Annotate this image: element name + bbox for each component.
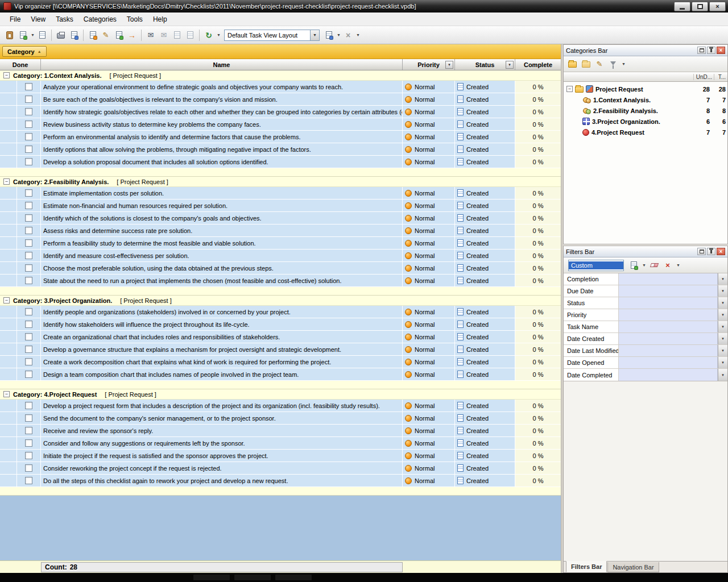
done-checkbox[interactable] (25, 214, 32, 222)
menu-file[interactable]: File (5, 14, 26, 25)
priority-cell[interactable]: Normal (403, 156, 455, 168)
status-cell[interactable]: Created (455, 262, 515, 274)
done-checkbox[interactable] (25, 120, 32, 128)
task-name-cell[interactable]: Develop a governance structure that expl… (41, 343, 403, 355)
category-header-row[interactable]: − Category: 2.Feasibility Analysis. [ Pr… (0, 177, 561, 187)
category-tree-item[interactable]: − 3.Project Organization. 6 6 (564, 116, 727, 127)
filter-value-field[interactable] (619, 345, 718, 356)
status-cell[interactable]: Created (455, 81, 515, 93)
close-button[interactable]: × (709, 2, 726, 11)
done-checkbox[interactable] (25, 239, 32, 247)
assign-task-button[interactable]: → (126, 29, 138, 41)
done-checkbox[interactable] (25, 202, 32, 209)
menu-tools[interactable]: Tools (122, 14, 148, 25)
menu-categories[interactable]: Categories (78, 14, 122, 25)
priority-cell[interactable]: Normal (403, 131, 455, 143)
priority-cell[interactable]: Normal (403, 400, 455, 411)
task-name-cell[interactable]: Identify and measure cost-effectiveness … (41, 250, 403, 261)
edit-task-button[interactable]: ✎ (100, 29, 112, 41)
sync-dropdown[interactable]: ▼ (216, 33, 221, 37)
status-cell[interactable]: Created (455, 212, 515, 224)
toolbar-overflow-dropdown[interactable]: ▼ (355, 33, 361, 37)
group-by-category-button[interactable]: Category ▲ (2, 46, 47, 57)
task-name-cell[interactable]: Design a team composition chart that inc… (41, 368, 403, 380)
priority-cell[interactable]: Normal (403, 118, 455, 130)
done-checkbox[interactable] (25, 439, 32, 447)
float-panel-button[interactable] (697, 248, 706, 255)
done-checkbox[interactable] (25, 158, 32, 165)
paste-button[interactable] (3, 29, 16, 41)
priority-cell[interactable]: Normal (403, 318, 455, 330)
priority-cell[interactable]: Normal (403, 356, 455, 368)
priority-cell[interactable]: Normal (403, 412, 455, 424)
priority-cell[interactable]: Normal (403, 368, 455, 380)
status-cell[interactable]: Created (455, 275, 515, 286)
task-name-cell[interactable]: Identify which of the solutions is close… (41, 212, 403, 224)
priority-filter-dropdown[interactable]: ▼ (445, 61, 453, 69)
filter-dropdown-button[interactable]: ▼ (718, 285, 727, 297)
status-cell[interactable]: Created (455, 106, 515, 118)
manage-layout-button[interactable] (322, 29, 335, 41)
done-checkbox[interactable] (25, 402, 32, 409)
task-name-cell[interactable]: Identify options that allow solving the … (41, 143, 403, 155)
task-name-cell[interactable]: Be sure each of the goals/objectives is … (41, 93, 403, 105)
priority-cell[interactable]: Normal (403, 275, 455, 286)
column-header-priority[interactable]: Priority ▼ (403, 59, 455, 70)
collapse-icon[interactable]: − (3, 297, 10, 304)
status-cell[interactable]: Created (455, 425, 515, 436)
layout-selector-dropdown[interactable]: ▼ (310, 30, 319, 40)
status-cell[interactable]: Created (455, 225, 515, 236)
priority-cell[interactable]: Normal (403, 237, 455, 249)
status-cell[interactable]: Created (455, 475, 515, 487)
category-tree-item[interactable]: − 4.Project Request 7 7 (564, 127, 727, 138)
status-cell[interactable]: Created (455, 343, 515, 355)
done-checkbox[interactable] (25, 277, 32, 284)
menu-view[interactable]: View (26, 14, 51, 25)
task-name-cell[interactable]: Estimate implementation costs per soluti… (41, 187, 403, 199)
status-cell[interactable]: Created (455, 412, 515, 424)
status-cell[interactable]: Created (455, 400, 515, 411)
filter-dropdown-button[interactable]: ▼ (718, 321, 727, 332)
status-cell[interactable]: Created (455, 356, 515, 368)
unarchive-button[interactable] (184, 29, 196, 41)
column-header-status[interactable]: Status ▼ (455, 59, 515, 70)
status-cell[interactable]: Created (455, 306, 515, 318)
status-filter-dropdown[interactable]: ▼ (506, 61, 514, 69)
status-cell[interactable]: Created (455, 131, 515, 143)
new-category-button[interactable] (566, 58, 578, 70)
priority-cell[interactable]: Normal (403, 93, 455, 105)
priority-cell[interactable]: Normal (403, 106, 455, 118)
column-header-undone[interactable]: UnD... (693, 74, 714, 80)
pin-panel-button[interactable] (707, 47, 715, 54)
filter-dropdown-button[interactable]: ▼ (718, 309, 727, 321)
collapse-icon[interactable]: − (566, 86, 573, 92)
done-checkbox[interactable] (25, 358, 32, 365)
status-cell[interactable]: Created (455, 118, 515, 130)
category-header-row[interactable]: − Category: 1.Context Analysis. [ Projec… (0, 70, 561, 81)
priority-cell[interactable]: Normal (403, 437, 455, 449)
priority-cell[interactable]: Normal (403, 250, 455, 261)
task-name-cell[interactable]: Do all the steps of this checklist again… (41, 475, 403, 487)
new-note-button[interactable] (16, 29, 29, 41)
status-cell[interactable]: Created (455, 250, 515, 261)
filters-toolbar-dropdown[interactable]: ▼ (676, 263, 681, 267)
priority-cell[interactable]: Normal (403, 331, 455, 343)
task-name-cell[interactable]: State about the need to run a project th… (41, 275, 403, 286)
category-tree-item[interactable]: − 1.Context Analysis. 7 7 (564, 94, 727, 105)
filter-value-field[interactable] (619, 297, 718, 309)
done-checkbox[interactable] (25, 189, 32, 197)
status-cell[interactable]: Created (455, 187, 515, 199)
priority-cell[interactable]: Normal (403, 225, 455, 236)
done-checkbox[interactable] (25, 346, 32, 353)
title-bar[interactable]: Vip organizer [\\COMPANYSERVICES\Marketi… (0, 0, 728, 13)
done-checkbox[interactable] (25, 146, 32, 153)
done-checkbox[interactable] (25, 133, 32, 140)
priority-cell[interactable]: Normal (403, 187, 455, 199)
tab-filters-bar[interactable]: Filters Bar (566, 561, 607, 572)
task-name-cell[interactable]: Receive and review the sponsor's reply. (41, 425, 403, 436)
priority-cell[interactable]: Normal (403, 425, 455, 436)
done-checkbox[interactable] (25, 333, 32, 340)
done-checkbox[interactable] (25, 414, 32, 422)
task-name-cell[interactable]: Identify people and organizations (stake… (41, 306, 403, 318)
delete-layout-button[interactable]: × (342, 29, 354, 41)
